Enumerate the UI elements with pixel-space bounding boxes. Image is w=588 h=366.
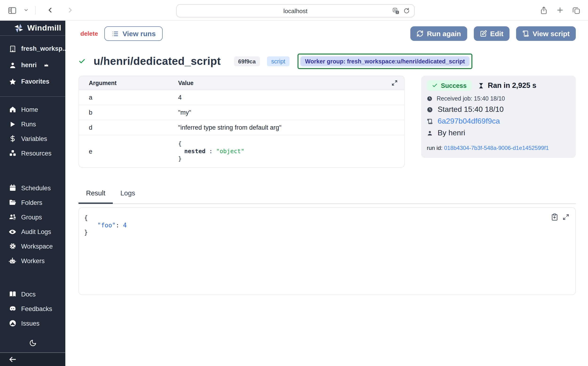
windmill-logo[interactable]: Windmill [0,21,65,36]
json-colon: : [116,221,119,229]
chevron-down-icon[interactable] [23,8,29,13]
sidebar-item-label: Runs [21,121,36,128]
sidebar-item-favorites[interactable]: Favorites [0,73,65,90]
translate-icon[interactable]: A文 [393,7,400,14]
success-check-icon [78,58,85,65]
boxes-icon [8,150,16,157]
argument-value: "inferred type string from default arg" [178,124,404,131]
sidebar-item-label: Folders [21,199,42,206]
check-icon [432,83,438,88]
sidebar-item-audit-logs[interactable]: Audit Logs [0,225,65,239]
column-value: Value [178,80,193,86]
expand-result-icon[interactable] [563,213,569,221]
view-script-button[interactable]: View script [516,26,576,41]
argument-name: a [79,94,178,101]
calendar-icon [8,184,16,192]
windmill-pinwheel-icon [14,23,24,33]
table-row: d "inferred type string from default arg… [79,120,404,135]
sidebar-item-label: Resources [21,150,52,157]
json-brace: } [178,155,404,163]
tab-logs[interactable]: Logs [113,189,143,203]
sidebar-item-runs[interactable]: Runs [0,117,65,131]
github-icon [8,320,16,327]
script-type-badge: script [267,56,290,66]
sidebar-item-home[interactable]: Home [0,102,65,117]
json-colon: : [209,147,212,155]
new-tab-icon[interactable] [556,6,564,14]
clock-icon [427,107,433,113]
json-number-value: 4 [123,221,127,229]
view-runs-button[interactable]: View runs [104,26,163,41]
sidebar-item-label: Feedbacks [21,305,52,313]
reload-icon[interactable] [403,8,410,14]
hourglass-icon [478,83,484,89]
main-content: delete View runs Run again [65,21,588,366]
sidebar-item-feedbacks[interactable]: Feedbacks [0,302,65,316]
brand-name: Windmill [27,23,61,33]
job-id-link[interactable]: 6a297b04df69f9ca [438,117,500,125]
svg-text:A: A [394,8,396,12]
sidebar-item-label: Audit Logs [21,228,51,235]
view-script-label: View script [533,30,570,38]
table-row: a 4 [79,90,404,105]
book-open-icon [8,290,16,298]
run-detail-panel: Success Ran in 2,925 s R [421,76,576,158]
star-icon [8,78,16,85]
sidebar-item-resources[interactable]: Resources [0,146,65,161]
run-id-link[interactable]: 018b4304-7b3f-548a-9006-d1e1452599f1 [444,145,549,151]
result-viewer: { "foo": 4 } [78,207,576,295]
home-icon [8,106,16,114]
json-key[interactable]: "foo" [97,221,116,229]
toolbar-divider [35,6,36,14]
sidebar-item-workspace[interactable]: fresh_worksp... [0,40,65,57]
run-id-label: run id: [427,145,442,151]
run-again-button[interactable]: Run again [410,26,467,41]
sidebar: Windmill fresh_worksp... henri [0,21,65,366]
table-row: e { nested : "object" } [79,135,404,167]
sidebar-item-groups[interactable]: Groups [0,210,65,225]
sidebar-item-label: Schedules [21,185,51,192]
sidebar-item-folders[interactable]: Folders [0,195,65,210]
json-key[interactable]: nested [178,147,205,155]
address-bar[interactable]: localhost A文 [176,4,415,17]
share-icon[interactable] [540,6,548,14]
sidebar-item-label: Groups [21,214,42,221]
sidebar-item-label: Workspace [21,243,53,250]
edit-button[interactable]: Edit [473,26,510,41]
tab-result[interactable]: Result [78,189,113,204]
sidebar-item-label: Issues [21,320,39,327]
sidebar-item-issues[interactable]: Issues [0,316,65,331]
svg-text:文: 文 [396,11,399,13]
sidebar-item-schedules[interactable]: Schedules [0,181,65,195]
expand-table-icon[interactable] [392,80,398,86]
windmill-run-page: localhost A文 [0,0,588,366]
sidebar-item-variables[interactable]: Variables [0,131,65,146]
copy-result-icon[interactable] [551,213,558,221]
received-job-text: Received job: 15:40 18/10 [437,95,505,102]
gear-icon [8,243,16,250]
sidebar-item-docs[interactable]: Docs [0,287,65,302]
dollar-icon [8,135,16,143]
dark-mode-toggle[interactable] [29,339,36,347]
forward-button[interactable] [66,6,74,14]
sidebar-item-workers[interactable]: Workers [0,254,65,268]
back-button[interactable] [46,6,54,14]
list-icon [111,30,119,37]
argument-value: 4 [178,94,404,101]
collapse-sidebar-icon[interactable] [8,355,17,364]
folder-open-icon [8,199,16,206]
json-brace: { [84,214,575,221]
sidebar-item-label: Favorites [21,78,49,85]
delete-button[interactable]: delete [80,30,98,37]
scroll-icon [427,118,433,124]
tab-overview-icon[interactable] [572,6,580,14]
building-icon [8,45,16,52]
sidebar-toggle-icon[interactable] [8,5,17,15]
arguments-table: Argument Value a 4 b "my" [78,76,405,168]
sidebar-item-label: Home [21,106,38,113]
sidebar-item-label: henri [21,61,37,69]
sidebar-item-workspace-settings[interactable]: Workspace [0,239,65,254]
view-runs-label: View runs [123,30,155,38]
sidebar-item-user[interactable]: henri [0,57,65,73]
page-title: u/henri/dedicated_script [93,55,221,68]
